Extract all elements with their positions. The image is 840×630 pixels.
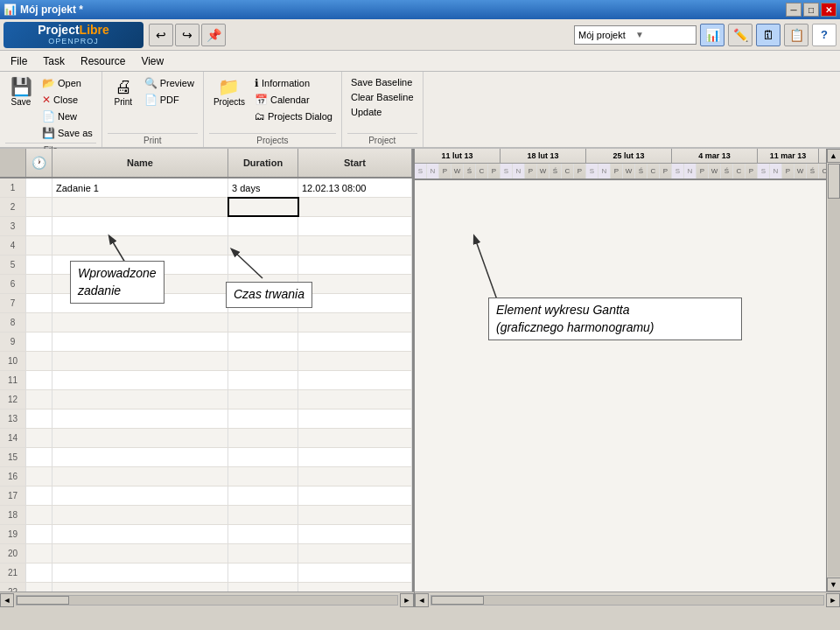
row-name[interactable] (52, 486, 228, 505)
row-name[interactable] (52, 352, 228, 370)
row-start[interactable] (298, 256, 412, 274)
saveas-button[interactable]: 💾 Save as (38, 125, 96, 141)
row-duration[interactable] (228, 390, 298, 409)
open-button[interactable]: 📂 Open (38, 75, 96, 91)
menu-view[interactable]: View (134, 52, 171, 70)
print-button[interactable]: 🖨 Print (108, 75, 139, 109)
row-name[interactable] (52, 506, 228, 524)
row-start[interactable] (298, 544, 412, 563)
save-baseline-button[interactable]: Save Baseline (347, 75, 417, 89)
row-duration[interactable] (228, 467, 298, 486)
row-start[interactable] (298, 429, 412, 447)
row-start[interactable] (298, 294, 412, 312)
row-start[interactable] (298, 352, 412, 370)
row-start[interactable] (298, 525, 412, 543)
calendar-button[interactable]: 📅 Calendar (251, 92, 336, 108)
row-start[interactable] (298, 217, 412, 235)
row-duration[interactable] (228, 564, 298, 582)
new-button[interactable]: 📄 New (38, 108, 96, 124)
clear-baseline-button[interactable]: Clear Baseline (347, 90, 417, 104)
task-usage-btn[interactable]: ✏️ (728, 24, 752, 46)
row-duration[interactable] (228, 371, 298, 389)
row-start[interactable] (298, 506, 412, 524)
row-start[interactable] (298, 410, 412, 428)
row-duration[interactable] (228, 275, 298, 293)
scroll-up-button[interactable]: ▲ (827, 149, 841, 163)
th-duration[interactable]: Duration (228, 149, 298, 177)
row-name[interactable] (52, 198, 228, 216)
information-button[interactable]: ℹ Information (251, 75, 336, 91)
row-duration[interactable] (228, 448, 298, 466)
gantt-scroll-right-btn[interactable]: ► (826, 593, 840, 607)
close-button[interactable]: ✕ (821, 3, 836, 17)
scroll-thumb[interactable] (828, 164, 840, 199)
projects-dialog-button[interactable]: 🗂 Projects Dialog (251, 108, 336, 124)
maximize-button[interactable]: □ (803, 3, 819, 17)
row-name[interactable]: Zadanie 1 (52, 178, 228, 197)
row-duration[interactable] (228, 544, 298, 563)
row-start[interactable] (298, 486, 412, 505)
row-duration[interactable] (228, 256, 298, 274)
minimize-button[interactable]: ─ (786, 3, 802, 17)
row-name[interactable] (52, 371, 228, 389)
row-start[interactable] (298, 467, 412, 486)
row-start[interactable] (298, 275, 412, 293)
row-start[interactable] (298, 313, 412, 332)
row-duration[interactable]: 3 days (228, 178, 298, 197)
row-name[interactable] (52, 467, 228, 486)
row-name[interactable] (52, 256, 228, 274)
row-name[interactable] (52, 217, 228, 235)
row-duration[interactable] (228, 217, 298, 235)
th-start[interactable]: Start (298, 149, 412, 177)
save-button[interactable]: 💾 Save (5, 75, 37, 109)
gantt-scroll-left-btn[interactable]: ◄ (415, 593, 429, 607)
table-scroll-thumb[interactable] (17, 596, 69, 605)
row-name[interactable] (52, 544, 228, 563)
menu-resource[interactable]: Resource (74, 52, 132, 70)
row-duration[interactable] (228, 429, 298, 447)
gantt-scroll-thumb[interactable] (431, 596, 484, 605)
row-name[interactable] (52, 390, 228, 409)
redo-button[interactable]: ↪ (175, 24, 200, 46)
row-start[interactable] (298, 332, 412, 351)
row-name[interactable] (52, 332, 228, 351)
projects-button[interactable]: 📁 Projects (209, 75, 249, 109)
info-btn[interactable]: ? (812, 24, 836, 46)
row-duration[interactable] (228, 486, 298, 505)
resource-btn[interactable]: 📋 (784, 24, 808, 46)
row-name[interactable] (52, 583, 228, 592)
row-name[interactable] (52, 313, 228, 332)
row-duration[interactable] (228, 583, 298, 592)
close-file-button[interactable]: ✕ Close (38, 92, 96, 108)
update-button[interactable]: Update (347, 105, 417, 119)
undo-button[interactable]: ↩ (149, 24, 173, 46)
row-start[interactable] (298, 564, 412, 582)
row-duration[interactable] (228, 332, 298, 351)
row-duration[interactable] (228, 410, 298, 428)
row-duration[interactable] (228, 294, 298, 312)
row-name[interactable] (52, 294, 228, 312)
scroll-left-btn[interactable]: ◄ (0, 593, 14, 607)
row-duration[interactable] (228, 525, 298, 543)
row-start[interactable]: 12.02.13 08:00 (298, 178, 412, 197)
menu-task[interactable]: Task (36, 52, 72, 70)
row-start[interactable] (298, 448, 412, 466)
row-name[interactable] (52, 564, 228, 582)
row-name[interactable] (52, 448, 228, 466)
row-name[interactable] (52, 429, 228, 447)
pdf-button[interactable]: 📄 PDF (141, 92, 198, 108)
row-duration[interactable] (228, 352, 298, 370)
th-name[interactable]: Name (52, 149, 228, 177)
row-name[interactable] (52, 236, 228, 255)
project-dropdown[interactable]: Mój projekt ▼ (574, 25, 696, 45)
preview-button[interactable]: 🔍 Preview (141, 75, 198, 91)
row-start[interactable] (298, 371, 412, 389)
row-start[interactable] (298, 198, 412, 216)
row-start[interactable] (298, 236, 412, 255)
row-name[interactable] (52, 275, 228, 293)
scroll-down-button[interactable]: ▼ (827, 578, 841, 592)
row-duration[interactable] (228, 313, 298, 332)
row-start[interactable] (298, 583, 412, 592)
gantt-view-btn[interactable]: 🗓 (756, 24, 780, 46)
gantt-chart-btn[interactable]: 📊 (700, 24, 724, 46)
